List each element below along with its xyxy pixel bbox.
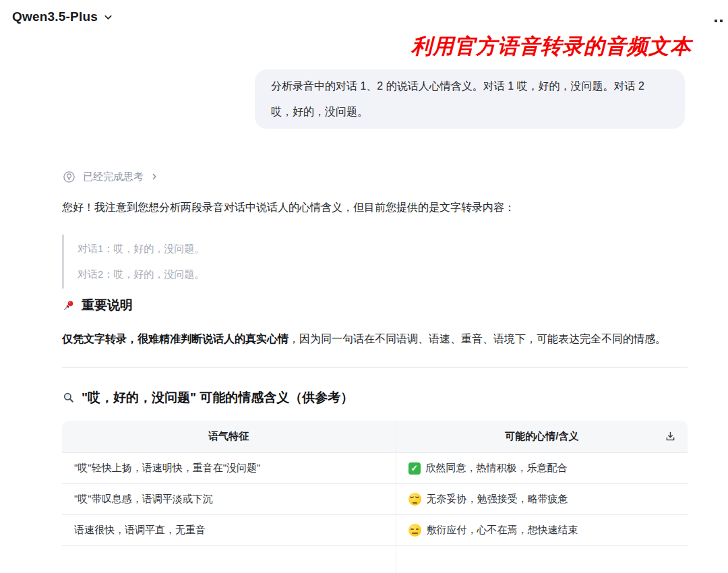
transcript-line: 对话1：哎，好的，没问题。	[78, 236, 688, 262]
transcript-quote: 对话1：哎，好的，没问题。 对话2：哎，好的，没问题。	[62, 235, 688, 289]
meaning-cell: 敷衍应付，心不在焉，想快速结束	[396, 515, 688, 546]
feature-cell: "哎"带叹息感，语调平淡或下沉	[62, 484, 396, 515]
table-row: "哎"带叹息感，语调平淡或下沉 无奈妥协，勉强接受，略带疲惫	[62, 484, 688, 515]
transcript-line: 对话2：哎，好的，没问题。	[78, 262, 688, 287]
thinking-summary-toggle[interactable]: 已经完成思考	[62, 169, 688, 185]
assistant-response: 已经完成思考 您好！我注意到您想分析两段录音对话中说话人的心情含义，但目前您提供…	[62, 169, 688, 573]
emotion-table: 语气特征 可能的心情/含义 "哎"轻快上扬，语速明快，重音在"没问题"	[62, 421, 688, 573]
column-header-meaning: 可能的心情/含义	[396, 421, 688, 453]
download-icon[interactable]	[661, 428, 679, 446]
model-name: Qwen3.5-Plus	[12, 9, 98, 24]
check-icon	[408, 462, 421, 475]
meaning-cell: 无奈妥协，勉强接受，略带疲惫	[396, 484, 688, 515]
more-options-icon[interactable]	[715, 18, 728, 26]
table-row: "哎"轻快上扬，语速明快，重音在"没问题" 欣然同意，热情积极，乐意配合	[62, 453, 688, 484]
meaning-cell: 欣然同意，热情积极，乐意配合	[396, 453, 688, 484]
chat-page: Qwen3.5-Plus 利用官方语音转录的音频文本 分析录音中的对话 1、2 …	[0, 0, 728, 573]
thinking-summary-label: 已经完成思考	[83, 171, 144, 183]
feature-cell: 语速很快，语调平直，无重音	[62, 515, 396, 546]
feature-cell: "哎"轻快上扬，语速明快，重音在"没问题"	[62, 453, 396, 484]
assistant-intro-text: 您好！我注意到您想分析两段录音对话中说话人的心情含义，但目前您提供的是文字转录内…	[62, 200, 688, 216]
important-note-body: 仅凭文字转录，很难精准判断说话人的真实心情，因为同一句话在不同语调、语速、重音、…	[62, 328, 688, 350]
chevron-right-icon	[150, 173, 158, 181]
column-header-feature: 语气特征	[62, 421, 396, 453]
emotion-section-title: "哎，好的，没问题" 可能的情感含义（供参考）	[82, 389, 353, 406]
section-divider	[62, 367, 688, 368]
annotation-title: 利用官方语音转录的音频文本	[411, 32, 692, 61]
table-row: 语速很快，语调平直，无重音 敷衍应付，心不在焉，想快速结束	[62, 515, 688, 546]
pushpin-icon	[62, 299, 75, 312]
chevron-down-icon	[103, 12, 113, 22]
pensive-face-icon	[408, 493, 421, 506]
neutral-face-icon	[408, 524, 421, 537]
important-note-title: 重要说明	[82, 297, 133, 314]
note-rest: ，因为同一句话在不同语调、语速、重音、语境下，可能表达完全不同的情感。	[289, 333, 666, 344]
user-message-text: 分析录音中的对话 1、2 的说话人心情含义。对话 1 哎，好的，没问题。对话 2…	[271, 73, 669, 125]
emotion-section-heading: "哎，好的，没问题" 可能的情感含义（供参考）	[62, 388, 688, 407]
model-selector[interactable]: Qwen3.5-Plus	[12, 9, 113, 24]
important-note-heading: 重要说明	[62, 297, 688, 314]
magnifier-icon	[62, 391, 75, 404]
table-row-cutoff	[62, 546, 688, 573]
lightbulb-icon	[62, 170, 76, 184]
user-message-bubble: 分析录音中的对话 1、2 的说话人心情含义。对话 1 哎，好的，没问题。对话 2…	[255, 69, 685, 129]
note-bold-lead: 仅凭文字转录，很难精准判断说话人的真实心情	[62, 333, 289, 344]
table-header-row: 语气特征 可能的心情/含义	[62, 421, 688, 453]
